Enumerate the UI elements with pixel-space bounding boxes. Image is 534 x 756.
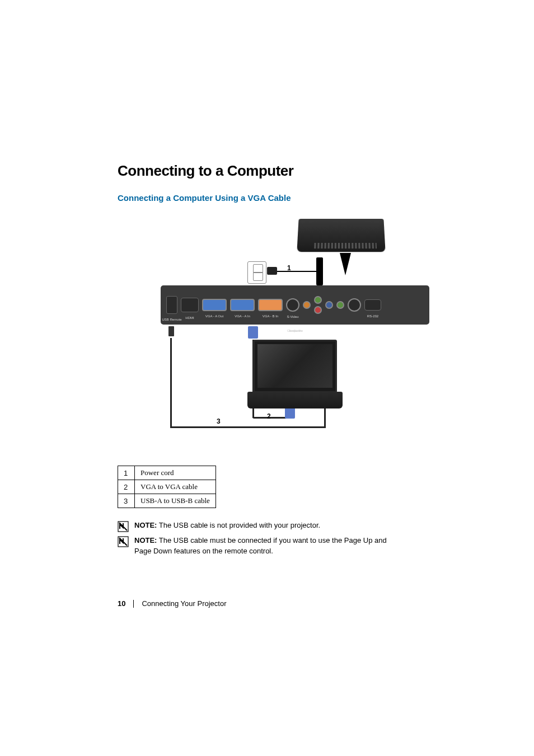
port-label: VGA - A In [235,314,250,318]
port-label: Audio-In [289,329,301,332]
table-row: 2 VGA to VGA cable [118,480,216,494]
legend-table: 1 Power cord 2 VGA to VGA cable 3 USB-A … [118,466,216,508]
footer-section: Connecting Your Projector [142,599,226,608]
diagram-arrow [340,253,351,275]
note-prefix: NOTE: [134,536,157,544]
audio-b-port [348,298,361,312]
port-label: VGA - B In [263,314,278,318]
note-block: NOTE: The USB cable is not provided with… [118,520,472,532]
section-subheading: Connecting a Computer Using a VGA Cable [118,193,472,203]
power-cable-line [277,271,316,272]
callout-1: 1 [287,264,291,272]
note-icon [118,521,129,532]
power-plug-illustration [267,267,277,275]
note-text: NOTE: The USB cable is not provided with… [134,520,320,531]
port-label: RS-232 [367,314,378,318]
note-body: The USB cable must be connected if you w… [134,536,387,555]
footer-divider [133,600,134,608]
note-text: NOTE: The USB cable must be connected if… [134,536,403,557]
legend-num: 1 [118,466,135,480]
note-prefix: NOTE: [134,521,157,529]
laptop-screen [253,340,337,393]
document-page: Connecting to a Computer Connecting a Co… [0,0,534,557]
legend-label: VGA to VGA cable [135,480,216,494]
note-block: NOTE: The USB cable must be connected if… [118,536,472,557]
port-label: VGA - A Out [205,314,223,318]
projector-illustration [297,219,385,252]
audio-in-jack: Audio-In [325,301,333,309]
usb-remote-port: USB Remote [166,296,177,314]
legend-num: 3 [118,494,135,508]
port-label: HDMI [185,316,194,320]
laptop-base [247,392,343,408]
port-label: USB Remote [162,318,181,321]
audio-out-r-jack [314,306,322,314]
composite-jack: Composite [303,301,311,309]
note-icon [118,536,129,547]
table-row: 1 Power cord [118,466,216,480]
laptop-illustration [247,340,343,412]
audio-out-jacks [314,296,322,314]
usb-connector-top [168,326,174,336]
page-number: 10 [118,599,125,608]
port-label: S-Video [287,315,298,318]
note-body: The USB cable is not provided with your … [157,521,320,529]
rs232-port: RS-232 [364,299,381,311]
callout-2: 2 [267,412,271,420]
legend-label: Power cord [135,466,216,480]
vga-connector-top [248,326,258,339]
vga-a-in-port: VGA - A In [230,299,255,311]
hdmi-port: HDMI [181,298,199,312]
vga-b-in-port: VGA - B In [258,299,283,311]
usb-cable-line [170,338,172,428]
power-cable-plug [316,257,323,285]
table-row: 3 USB-A to USB-B cable [118,494,216,508]
svideo-port: S-Video [286,298,299,312]
page-footer: 10 Connecting Your Projector [118,599,227,608]
legend-num: 2 [118,480,135,494]
legend-label: USB-A to USB-B cable [135,494,216,508]
audio-out-l-jack [314,296,322,304]
vga-a-out-port: VGA - A Out [202,299,227,311]
connection-diagram: 1 USB Remote HDMI VGA - A Out VGA - A In… [161,214,429,438]
section-heading: Connecting to a Computer [118,162,472,180]
usb-cable-line-h [170,426,326,428]
wall-outlet-illustration [247,261,266,284]
projector-rear-panel: USB Remote HDMI VGA - A Out VGA - A In V… [161,285,429,325]
callout-3: 3 [217,417,221,425]
mic-jack [336,301,344,309]
